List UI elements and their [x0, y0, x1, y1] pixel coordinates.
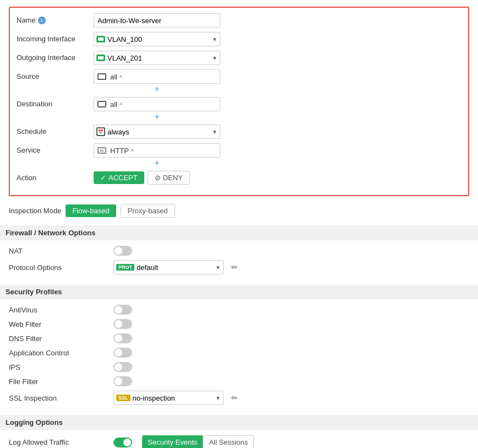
dest-all-icon	[97, 101, 106, 107]
dnsfilter-row: DNS Filter	[9, 333, 469, 343]
name-input[interactable]	[94, 13, 220, 28]
prot-badge: PROT	[116, 264, 134, 271]
name-value	[94, 13, 461, 28]
nat-label: NAT	[9, 247, 108, 255]
firewall-section-header: Firewall / Network Options	[0, 225, 478, 240]
schedule-label: Schedule	[17, 125, 94, 136]
schedule-icon: 📅	[96, 127, 105, 136]
outgoing-interface-row: Outgoing Interface VLAN_201 ▼	[17, 51, 461, 66]
action-label: Action	[17, 171, 94, 182]
antivirus-slider	[113, 305, 132, 315]
destination-label: Destination	[17, 97, 94, 108]
ssl-inspection-row: SSL Inspection SSL no-inspection ▼ ✏	[9, 391, 469, 405]
logging-section-header: Logging Options	[0, 415, 478, 430]
ssl-arrow: ▼	[215, 395, 221, 401]
outgoing-interface-arrow: ▼	[212, 55, 218, 61]
source-tag-all: all ×	[97, 73, 123, 81]
security-section: AntiVirus Web Filter DNS Filter Applicat…	[9, 305, 469, 415]
name-info-icon[interactable]: i	[38, 17, 46, 24]
webfilter-row: Web Filter	[9, 319, 469, 329]
incoming-interface-row: Incoming Interface VLAN_100 ▼	[17, 32, 461, 47]
filefilter-row: File Filter	[9, 376, 469, 386]
name-row: Name i	[17, 13, 461, 29]
destination-tag-all: all ×	[97, 100, 123, 109]
nat-toggle[interactable]	[113, 246, 132, 256]
ips-row: IPS	[9, 362, 469, 372]
filefilter-toggle[interactable]	[113, 376, 132, 386]
source-tag-container[interactable]: all ×	[94, 69, 220, 84]
destination-row: Destination all × +	[17, 97, 461, 121]
outgoing-interface-select-wrapper[interactable]: VLAN_201 ▼	[94, 51, 220, 65]
service-label: Service	[17, 143, 94, 154]
protocol-options-row: Protocol Options PROT default ▼ ✏	[9, 260, 469, 274]
service-add-button[interactable]: +	[94, 159, 220, 168]
appcontrol-label: Application Control	[9, 349, 108, 357]
protocol-edit-icon[interactable]: ✏	[231, 263, 238, 272]
protocol-select[interactable]: default	[137, 263, 215, 272]
destination-add-button[interactable]: +	[94, 112, 220, 121]
log-allowed-row: Log Allowed Traffic Security Events All …	[9, 435, 469, 448]
log-allowed-toggle[interactable]	[113, 438, 132, 447]
dnsfilter-slider	[113, 333, 132, 343]
antivirus-toggle[interactable]	[113, 305, 132, 315]
policy-form: Name i Incoming Interface VLAN_100 ▼	[9, 7, 469, 196]
log-allowed-label: Log Allowed Traffic	[9, 438, 108, 446]
service-remove-icon[interactable]: ×	[131, 147, 134, 154]
ssl-select[interactable]: no-inspection	[133, 394, 216, 402]
logging-section: Log Allowed Traffic Security Events All …	[9, 435, 469, 448]
ssl-badge: SSL	[116, 395, 131, 401]
nat-row: NAT	[9, 246, 469, 256]
nat-toggle-slider	[113, 246, 132, 256]
antivirus-label: AntiVirus	[9, 306, 108, 314]
protocol-select-wrapper[interactable]: PROT default ▼	[113, 260, 224, 274]
incoming-interface-arrow: ▼	[212, 36, 218, 42]
destination-remove-icon[interactable]: ×	[119, 101, 123, 107]
dnsfilter-label: DNS Filter	[9, 334, 108, 343]
service-tag-container[interactable]: H HTTP ×	[94, 143, 220, 158]
destination-tag-container[interactable]: all ×	[94, 97, 220, 111]
ips-toggle[interactable]	[113, 362, 132, 372]
filefilter-slider	[113, 376, 132, 386]
incoming-interface-select-wrapper[interactable]: VLAN_100 ▼	[94, 32, 220, 46]
flow-based-button[interactable]: Flow-based	[66, 204, 116, 217]
accept-check-icon: ✓	[100, 174, 106, 182]
ssl-edit-icon[interactable]: ✏	[231, 393, 238, 402]
incoming-interface-select[interactable]: VLAN_100	[107, 35, 212, 44]
all-sessions-button[interactable]: All Sessions	[203, 435, 254, 448]
outgoing-interface-icon	[96, 55, 105, 61]
security-section-header: Security Profiles	[0, 284, 478, 299]
action-row: Action ✓ ACCEPT ⊘ DENY	[17, 171, 461, 186]
proxy-based-button[interactable]: Proxy-based	[121, 204, 175, 218]
appcontrol-toggle[interactable]	[113, 348, 132, 358]
webfilter-label: Web Filter	[9, 320, 108, 328]
action-buttons: ✓ ACCEPT ⊘ DENY	[94, 171, 461, 185]
service-http-icon: H	[97, 147, 106, 154]
source-add-button[interactable]: +	[94, 85, 220, 94]
firewall-section: NAT Protocol Options PROT default ▼ ✏	[9, 246, 469, 284]
log-type-buttons: Security Events All Sessions	[142, 435, 254, 448]
protocol-arrow: ▼	[215, 265, 221, 271]
appcontrol-slider	[113, 348, 132, 358]
service-tag-http: H HTTP ×	[97, 147, 134, 155]
outgoing-interface-label: Outgoing Interface	[17, 51, 94, 62]
schedule-select-wrapper[interactable]: 📅 always ▼	[94, 125, 220, 139]
outgoing-interface-select[interactable]: VLAN_201	[107, 54, 212, 62]
schedule-row: Schedule 📅 always ▼	[17, 125, 461, 140]
source-remove-icon[interactable]: ×	[119, 73, 123, 80]
webfilter-slider	[113, 319, 132, 329]
webfilter-toggle[interactable]	[113, 319, 132, 329]
schedule-select[interactable]: always	[107, 128, 212, 136]
schedule-arrow: ▼	[212, 129, 218, 135]
source-all-icon	[97, 73, 106, 80]
deny-button[interactable]: ⊘ DENY	[148, 171, 190, 185]
ips-slider	[113, 362, 132, 372]
ssl-select-wrapper[interactable]: SSL no-inspection ▼	[113, 391, 224, 405]
source-row: Source all × +	[17, 69, 461, 94]
security-events-button[interactable]: Security Events	[142, 435, 203, 448]
dnsfilter-toggle[interactable]	[113, 333, 132, 343]
filefilter-label: File Filter	[9, 377, 108, 386]
accept-button[interactable]: ✓ ACCEPT	[94, 171, 144, 184]
name-label: Name i	[17, 13, 94, 24]
source-label: Source	[17, 69, 94, 80]
inspection-mode-row: Inspection Mode Flow-based Proxy-based	[9, 204, 469, 218]
